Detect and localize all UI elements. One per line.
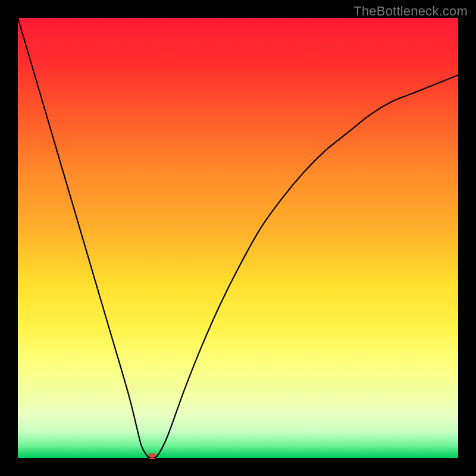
chart-line [18,18,458,458]
plot-area [18,18,458,458]
watermark-text: TheBottleneck.com [353,4,468,19]
chart-frame: TheBottleneck.com [0,0,476,476]
